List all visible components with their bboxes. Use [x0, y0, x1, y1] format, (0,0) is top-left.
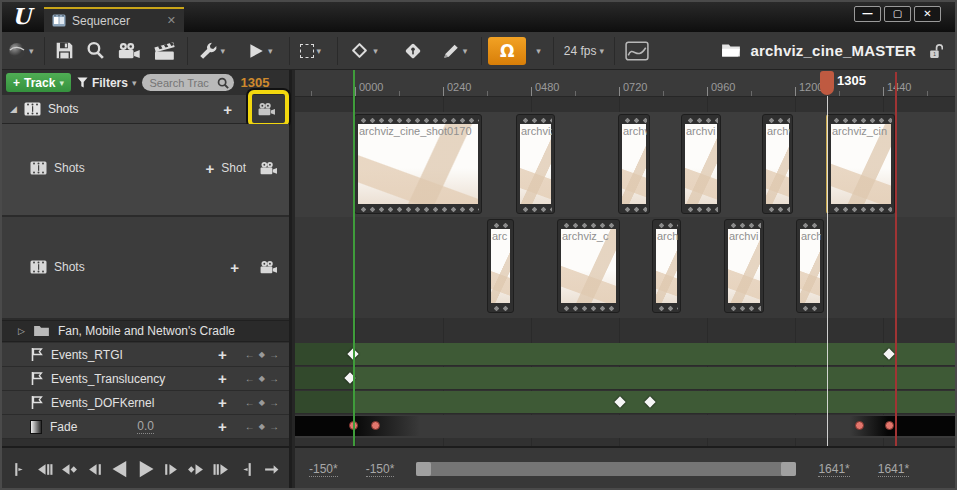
render-movie-button[interactable] — [147, 35, 183, 67]
view-range-end[interactable]: 1641* — [818, 462, 849, 477]
play-reverse-icon — [110, 459, 130, 479]
camera-icon[interactable] — [259, 161, 279, 176]
event-track-row[interactable]: Events_RTGI +←◆→ — [2, 343, 289, 367]
shot-clip[interactable]: arch — [796, 219, 824, 313]
key-navigation[interactable]: ←◆→ — [245, 349, 279, 360]
folder-row[interactable]: ▷ Fan, Mobile and Netwon's Cradle — [2, 320, 289, 342]
next-key-button[interactable] — [184, 456, 207, 482]
fade-keyframe[interactable] — [855, 421, 864, 430]
chevron-down-icon: ▾ — [373, 46, 378, 56]
collapse-triangle-icon[interactable]: ▷ — [18, 326, 25, 336]
world-outliner-button[interactable]: ▾ — [2, 35, 40, 67]
step-forward-button[interactable] — [159, 456, 182, 482]
keyframe-diamond[interactable] — [883, 348, 894, 359]
playback-start-line — [353, 70, 355, 446]
fade-value[interactable]: 0.0 — [137, 419, 154, 434]
tab-close-icon[interactable]: ✕ — [167, 14, 176, 27]
working-range-start[interactable]: -150* — [309, 462, 338, 477]
close-button[interactable]: ✕ — [914, 6, 941, 22]
key-navigation[interactable]: ←◆→ — [245, 397, 279, 408]
shots-root-row[interactable]: ◢ Shots + — [2, 95, 289, 124]
minimize-button[interactable]: — — [854, 6, 881, 22]
fade-keyframe[interactable] — [371, 421, 380, 430]
event-lane[interactable] — [295, 343, 957, 366]
key-navigation[interactable]: ←◆→ — [245, 421, 279, 432]
set-start-button[interactable] — [8, 456, 31, 482]
event-track-row[interactable]: Events_Translucency +←◆→ — [2, 367, 289, 391]
play-reverse-button[interactable] — [109, 456, 132, 482]
playback-mode-button[interactable] — [260, 456, 283, 482]
shot-clip[interactable]: archv — [762, 114, 793, 214]
set-end-button[interactable] — [235, 456, 258, 482]
playback-options-button[interactable]: ▾ — [241, 35, 279, 67]
shot-clip[interactable]: archviz_cin — [826, 114, 895, 214]
create-camera-button[interactable] — [111, 35, 147, 67]
snap-toggle-button[interactable]: Ω — [486, 35, 528, 67]
add-track-button[interactable]: + Track ▾ — [6, 73, 71, 92]
film-sprockets-bottom — [519, 205, 552, 212]
previous-key-button[interactable] — [58, 456, 81, 482]
find-in-sequence-button[interactable] — [80, 35, 111, 67]
keyframe-diamond[interactable] — [644, 396, 655, 407]
fade-track-row[interactable]: Fade 0.0 +←◆→ — [2, 415, 289, 439]
filters-button[interactable]: Filters ▾ — [77, 76, 137, 90]
shot-clip[interactable]: arch — [652, 219, 681, 313]
event-lane[interactable] — [295, 391, 957, 414]
add-shot-icon[interactable]: + — [223, 102, 232, 117]
select-edit-options-button[interactable]: ▾ — [294, 35, 328, 67]
timeline-area[interactable]: 0000024004800720096012001440 archviz_cin… — [295, 70, 957, 446]
sequence-breadcrumb[interactable]: archviz_cine_MASTER — [715, 35, 922, 67]
camera-icon[interactable] — [259, 260, 279, 275]
playhead-marker[interactable] — [820, 71, 834, 95]
add-shot-icon[interactable]: + — [230, 260, 239, 275]
sequencer-options-button[interactable]: ▾ — [192, 35, 232, 67]
shots-track-row[interactable]: Shots + — [2, 217, 289, 320]
shot-clip[interactable]: archviz — [516, 114, 555, 214]
auto-key-button[interactable] — [398, 35, 428, 67]
magnet-icon: Ω — [488, 37, 526, 65]
add-section-icon[interactable]: + — [218, 371, 227, 386]
shots-track-row[interactable]: Shots + Shot — [2, 124, 289, 217]
tab-sequencer[interactable]: Sequencer ✕ — [44, 7, 184, 32]
curve-editor-button[interactable] — [619, 35, 655, 67]
add-shot-icon[interactable]: + — [206, 161, 215, 176]
save-button[interactable] — [49, 35, 80, 67]
expand-triangle-icon[interactable]: ◢ — [10, 104, 17, 114]
add-key-plus-icon[interactable]: + — [218, 419, 227, 434]
shot-clip[interactable]: archviz_c — [557, 219, 620, 313]
shot-clip[interactable]: archv — [618, 114, 650, 214]
to-front-button[interactable] — [33, 456, 56, 482]
play-button[interactable] — [134, 456, 157, 482]
lock-sequence-button[interactable]: 1 — [922, 35, 949, 67]
add-shot-label[interactable]: Shot — [221, 161, 246, 175]
event-lane[interactable] — [295, 367, 957, 390]
fade-keyframe[interactable] — [885, 421, 894, 430]
scrollbar-right-handle[interactable] — [781, 462, 796, 476]
view-range-start[interactable]: -150* — [366, 462, 395, 477]
shot-clip[interactable]: arc — [487, 219, 514, 313]
edit-options-button[interactable]: ▾ — [436, 35, 474, 67]
shot-clip[interactable]: archvi — [724, 219, 764, 313]
ruler-tick-major — [883, 87, 884, 96]
timeline-scrollbar[interactable] — [416, 462, 796, 476]
add-section-icon[interactable]: + — [218, 347, 227, 362]
to-end-button[interactable] — [210, 456, 233, 482]
working-range-end[interactable]: 1641* — [878, 462, 909, 477]
shot-clip[interactable]: archvi — [681, 114, 721, 214]
fade-lane[interactable] — [295, 415, 957, 438]
step-back-button[interactable] — [84, 456, 107, 482]
key-navigation[interactable]: ←◆→ — [245, 373, 279, 384]
shot-clip[interactable]: archviz_cine_shot0170 — [354, 114, 482, 214]
folder-label: Fan, Mobile and Netwon's Cradle — [58, 324, 235, 338]
keyframe-options-button[interactable]: ▾ — [348, 35, 384, 67]
current-frame-value[interactable]: 1305 — [240, 75, 269, 90]
snap-options-chevron-icon[interactable]: ▾ — [536, 46, 541, 56]
maximize-button[interactable]: ▢ — [884, 6, 911, 22]
search-tracks-field[interactable] — [142, 74, 234, 91]
add-section-icon[interactable]: + — [218, 395, 227, 410]
search-input[interactable] — [147, 76, 215, 90]
keyframe-diamond[interactable] — [614, 396, 625, 407]
fps-dropdown[interactable]: 24 fps ▾ — [558, 35, 610, 67]
scrollbar-left-handle[interactable] — [416, 462, 431, 476]
event-track-row[interactable]: Events_DOFKernel +←◆→ — [2, 391, 289, 415]
